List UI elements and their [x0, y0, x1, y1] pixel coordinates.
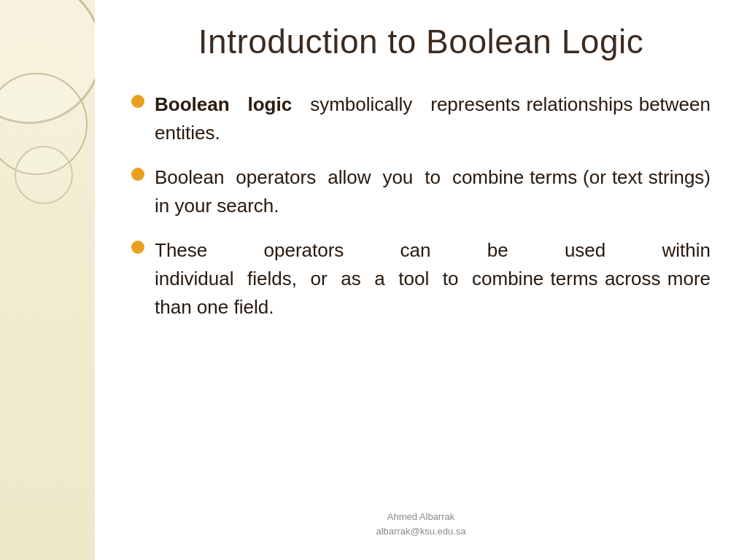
footer-email: albarrak@ksu.edu.sa — [131, 524, 711, 539]
bullet-text-1: Boolean logic symbolically represents re… — [155, 90, 711, 147]
slide-title: Introduction to Boolean Logic — [131, 22, 711, 61]
bold-boolean-logic: Boolean logic — [155, 93, 292, 115]
bullet-list: Boolean logic symbolically represents re… — [131, 90, 711, 502]
bullet-text-2: Boolean operators allow you to combine t… — [155, 163, 711, 220]
circle-small-decoration — [15, 146, 73, 204]
left-panel — [0, 0, 95, 560]
bullet-text-3: These operators can be used within indiv… — [155, 236, 711, 322]
bullet-item-3: These operators can be used within indiv… — [131, 236, 711, 322]
bullet-dot-3 — [131, 241, 144, 254]
main-content: Introduction to Boolean Logic Boolean lo… — [95, 0, 747, 560]
bullet-item-2: Boolean operators allow you to combine t… — [131, 163, 711, 220]
bullet-dot-2 — [131, 168, 144, 181]
footer-name: Ahmed Albarrak — [131, 510, 711, 524]
bullet-item-1: Boolean logic symbolically represents re… — [131, 90, 711, 147]
slide: Introduction to Boolean Logic Boolean lo… — [0, 0, 747, 560]
bullet-dot-1 — [131, 95, 144, 108]
footer: Ahmed Albarrak albarrak@ksu.edu.sa — [131, 510, 711, 538]
